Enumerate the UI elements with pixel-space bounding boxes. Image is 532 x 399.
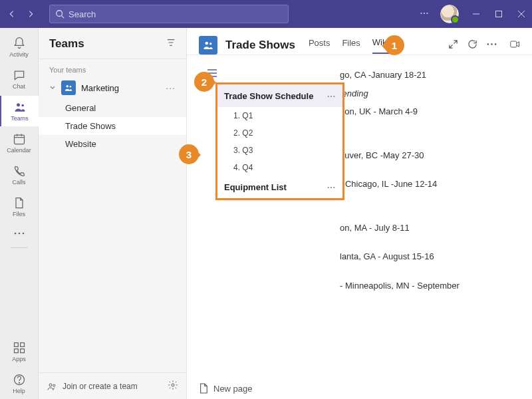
- doc-line: - Minneapolis, MN - September: [340, 279, 519, 293]
- svg-point-21: [172, 384, 174, 386]
- annotation-2: 2: [194, 72, 214, 92]
- wiki-section-title: Trade Show Schedule: [224, 91, 313, 101]
- svg-rect-11: [14, 343, 18, 347]
- svg-point-1: [420, 13, 422, 14]
- svg-point-8: [14, 233, 16, 235]
- rail-more[interactable]: [0, 223, 39, 243]
- rail-activity[interactable]: Activity: [0, 32, 39, 63]
- expand-button[interactable]: [448, 39, 458, 52]
- wiki-document[interactable]: go, CA -January 18-21 tending don, UK - …: [340, 55, 532, 292]
- join-create-team-button[interactable]: Join or create a team: [47, 381, 138, 392]
- doc-line: ouver, BC -May 27-30: [340, 149, 519, 162]
- svg-point-19: [49, 384, 52, 386]
- search-input[interactable]: Search: [49, 5, 289, 23]
- teams-pane: Teams Your teams Marketing ··· General T…: [39, 28, 187, 399]
- wiki-page-q2[interactable]: 2. Q2: [217, 124, 342, 142]
- nav-back-button[interactable]: [5, 7, 19, 21]
- svg-point-0: [57, 11, 63, 17]
- wiki-section-title: Equipment List: [224, 182, 287, 192]
- svg-point-22: [205, 42, 209, 45]
- wiki-page-q3[interactable]: 3. Q3: [217, 142, 342, 159]
- wiki-section-more[interactable]: ···: [327, 183, 336, 192]
- content-area: Trade Shows Posts Files Wiki: [187, 28, 532, 399]
- new-page-button[interactable]: New page: [199, 383, 253, 394]
- help-icon: [13, 373, 26, 386]
- avatar[interactable]: [440, 5, 459, 23]
- team-marketing[interactable]: Marketing ···: [39, 76, 186, 99]
- rail-files[interactable]: Files: [0, 192, 39, 222]
- rail-label: Calendar: [7, 147, 31, 154]
- wiki-section-trade-show-schedule[interactable]: Trade Show Schedule ···: [217, 85, 342, 107]
- svg-point-25: [491, 43, 492, 45]
- doc-line: tending: [340, 87, 519, 100]
- join-create-label: Join or create a team: [63, 382, 138, 391]
- svg-point-9: [18, 233, 20, 235]
- team-name: Marketing: [81, 83, 160, 93]
- rail-label: Teams: [11, 115, 29, 122]
- window-close-button[interactable]: [516, 10, 527, 18]
- content-more-button[interactable]: [487, 39, 497, 52]
- rail-help[interactable]: Help: [0, 368, 39, 399]
- team-avatar: [61, 80, 76, 95]
- doc-line: on, MA - July 8-11: [340, 221, 519, 235]
- svg-point-2: [424, 13, 425, 14]
- svg-point-24: [487, 43, 489, 45]
- rail-label: Chat: [13, 83, 25, 90]
- more-icon: [487, 39, 497, 49]
- gear-icon: [168, 380, 178, 390]
- rail-calls[interactable]: Calls: [0, 160, 39, 190]
- chat-icon: [13, 68, 26, 82]
- file-icon: [13, 196, 26, 209]
- filter-button[interactable]: [166, 38, 176, 50]
- doc-line: don, UK - March 4-9: [340, 105, 519, 118]
- refresh-icon: [467, 39, 477, 49]
- wiki-section-equipment-list[interactable]: Equipment List ···: [217, 176, 342, 198]
- search-icon: [55, 9, 65, 19]
- wiki-page-q1[interactable]: 1. Q1: [217, 107, 342, 124]
- rail-teams[interactable]: Teams: [0, 96, 39, 126]
- channel-avatar: [199, 36, 217, 55]
- window-maximize-button[interactable]: [493, 10, 504, 18]
- meet-button[interactable]: [510, 39, 520, 52]
- rail-calendar[interactable]: Calendar: [0, 128, 39, 158]
- rail-label: Apps: [12, 356, 26, 362]
- content-header: Trade Shows Posts Files Wiki: [187, 28, 532, 55]
- rail-chat[interactable]: Chat: [0, 64, 39, 94]
- channel-website[interactable]: Website: [39, 135, 186, 153]
- manage-teams-button[interactable]: [168, 380, 178, 392]
- channel-general[interactable]: General: [39, 99, 186, 117]
- doc-line: go, CA -January 18-21: [340, 68, 519, 82]
- wiki-page-q4[interactable]: 4. Q4: [217, 159, 342, 176]
- svg-point-23: [209, 43, 211, 45]
- svg-point-5: [17, 103, 20, 106]
- svg-point-6: [21, 104, 24, 107]
- meet-icon: [510, 39, 520, 49]
- svg-point-18: [70, 86, 72, 88]
- annotation-3: 3: [179, 144, 199, 164]
- people-icon: [47, 381, 57, 392]
- refresh-button[interactable]: [467, 39, 477, 52]
- channel-title: Trade Shows: [225, 39, 295, 52]
- tab-posts[interactable]: Posts: [309, 38, 331, 53]
- annotation-1: 1: [384, 35, 404, 55]
- more-icon: [14, 232, 25, 235]
- rail-label: Help: [13, 388, 25, 394]
- wiki-section-more[interactable]: ···: [327, 92, 336, 101]
- rail-apps[interactable]: Apps: [0, 336, 39, 367]
- svg-rect-13: [14, 349, 18, 353]
- filter-icon: [166, 38, 176, 47]
- new-page-icon: [199, 383, 208, 394]
- nav-forward-button[interactable]: [24, 7, 37, 21]
- expand-icon: [448, 39, 458, 49]
- tab-files[interactable]: Files: [342, 38, 360, 53]
- team-more-button[interactable]: ···: [166, 82, 176, 93]
- channel-trade-shows[interactable]: Trade Shows: [39, 117, 186, 135]
- svg-rect-27: [511, 41, 517, 47]
- main: Activity Chat Teams Calendar Calls Files: [0, 28, 532, 399]
- svg-point-10: [22, 233, 24, 235]
- doc-line: lanta, GA - August 15-16: [340, 250, 519, 263]
- more-button[interactable]: [420, 8, 428, 20]
- calendar-icon: [13, 132, 26, 146]
- content-body: Trade Show Schedule ··· 1. Q1 2. Q2 3. Q…: [187, 55, 532, 399]
- window-minimize-button[interactable]: [471, 10, 481, 18]
